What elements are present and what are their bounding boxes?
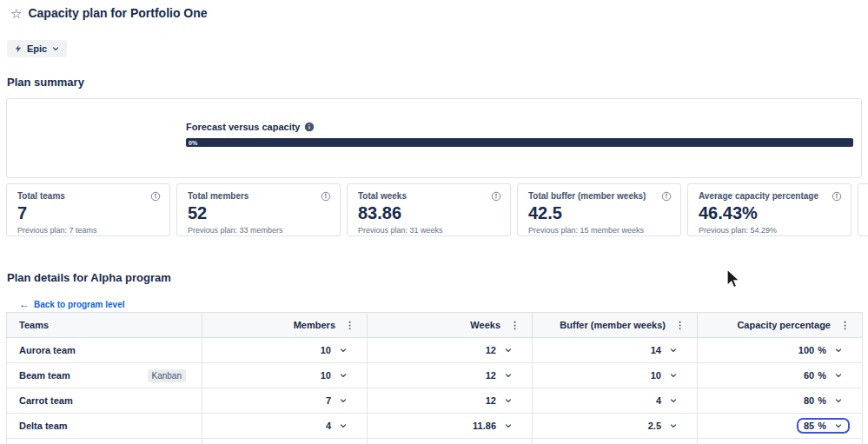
- page-header: ☆ Capacity plan for Portfolio One: [0, 0, 868, 20]
- forecast-label: Forecast versus capacity: [186, 122, 300, 132]
- table-row: Beam team Kanban 10 12: [7, 363, 863, 388]
- members-dropdown[interactable]: 10: [314, 342, 354, 358]
- forecast-progress-bar: 0%: [186, 138, 853, 147]
- info-icon[interactable]: [321, 191, 331, 202]
- info-icon[interactable]: [661, 191, 672, 202]
- weeks-value: 12: [486, 370, 496, 381]
- chevron-down-icon: [504, 371, 513, 380]
- stat-label: Total teams: [17, 191, 65, 201]
- weeks-value: 12: [486, 345, 496, 355]
- column-header-weeks: Weeks ⋮: [368, 313, 533, 338]
- members-dropdown[interactable]: 10: [314, 368, 354, 383]
- team-name: Beam team: [19, 370, 70, 381]
- column-label: Weeks: [470, 320, 500, 330]
- buffer-cell: 4: [533, 388, 698, 414]
- column-menu-icon[interactable]: ⋮: [840, 320, 850, 331]
- buffer-cell: 2.5: [533, 414, 698, 439]
- stat-value: 46.43%: [699, 203, 842, 223]
- weeks-cell: [368, 439, 533, 444]
- members-dropdown[interactable]: 7: [319, 393, 354, 408]
- members-value: 10: [321, 345, 331, 355]
- chevron-down-icon: [669, 371, 678, 380]
- chevron-down-icon: [834, 371, 843, 380]
- stat-card-total-teams: Total teams 7 Previous plan: 7 teams: [6, 183, 170, 236]
- stat-previous: Previous plan: 54.29%: [699, 226, 842, 235]
- buffer-value: 14: [651, 345, 661, 355]
- chevron-down-icon: [339, 346, 348, 355]
- info-icon[interactable]: [150, 191, 161, 202]
- column-menu-icon[interactable]: ⋮: [510, 320, 520, 331]
- capacity-cell: [698, 439, 863, 444]
- buffer-value: 10: [651, 370, 661, 381]
- column-label: Members: [294, 320, 335, 330]
- stat-label: Total weeks: [358, 191, 407, 201]
- chevron-down-icon: [834, 396, 843, 405]
- stat-label: Total buffer (member weeks): [528, 191, 646, 201]
- stat-card-total-buffer: Total buffer (member weeks) 42.5 Previou…: [517, 183, 681, 236]
- buffer-cell: 10: [533, 363, 698, 388]
- epic-icon: [14, 44, 23, 53]
- weeks-value: 12: [486, 395, 496, 406]
- chevron-down-icon: [669, 421, 678, 430]
- weeks-dropdown[interactable]: 12: [479, 368, 520, 383]
- column-header-buffer: Buffer (member weeks) ⋮: [533, 313, 698, 338]
- buffer-dropdown[interactable]: 10: [644, 368, 685, 383]
- chevron-down-icon: [669, 346, 678, 355]
- members-cell: 7: [202, 388, 368, 414]
- info-icon[interactable]: [491, 191, 501, 202]
- buffer-dropdown[interactable]: 4: [649, 393, 685, 408]
- column-label: Capacity percentage: [737, 320, 831, 330]
- capacity-cell: 100 %: [698, 338, 863, 363]
- hierarchy-level-dropdown[interactable]: Epic: [7, 40, 67, 57]
- table-row: Aurora team 10 12 14: [7, 338, 863, 363]
- forecast-card: Forecast versus capacity 0%: [6, 98, 862, 178]
- members-cell: 10: [202, 338, 368, 363]
- back-to-program-link[interactable]: ← Back to program level: [19, 299, 124, 309]
- epic-label: Epic: [27, 43, 47, 54]
- column-menu-icon[interactable]: ⋮: [345, 320, 354, 331]
- capacity-dropdown[interactable]: 85 %: [797, 418, 850, 434]
- chevron-down-icon: [834, 346, 843, 355]
- plan-summary-heading: Plan summary: [7, 76, 868, 89]
- stat-previous: Previous plan: 15 member weeks: [528, 226, 672, 235]
- info-icon[interactable]: [832, 191, 842, 202]
- weeks-dropdown[interactable]: 11.86: [466, 418, 520, 434]
- team-name: Aurora team: [19, 345, 76, 355]
- members-value: 4: [326, 421, 331, 431]
- forecast-progress-value: 0%: [189, 140, 198, 146]
- column-menu-icon[interactable]: ⋮: [675, 320, 685, 331]
- chevron-down-icon: [669, 396, 678, 405]
- info-icon[interactable]: [304, 122, 315, 132]
- chevron-down-icon: [51, 44, 60, 53]
- back-row: ← Back to program level: [19, 295, 868, 307]
- star-icon[interactable]: ☆: [10, 7, 22, 20]
- weeks-dropdown[interactable]: 12: [479, 393, 520, 408]
- chevron-down-icon: [834, 421, 843, 430]
- team-cell: Delta team: [7, 414, 202, 439]
- stat-card-total-members: Total members 52 Previous plan: 33 membe…: [176, 183, 341, 236]
- stat-previous: Previous plan: 33 members: [188, 226, 331, 235]
- capacity-dropdown[interactable]: 60 %: [797, 368, 850, 383]
- weeks-dropdown[interactable]: 12: [479, 342, 520, 358]
- stat-card-partial: [858, 183, 868, 236]
- percent-unit: %: [818, 421, 826, 431]
- back-link-label: Back to program level: [34, 300, 124, 309]
- buffer-dropdown[interactable]: 14: [644, 342, 685, 358]
- capacity-cell: 80 %: [698, 388, 863, 414]
- stat-value: 7: [17, 203, 161, 223]
- toolbar: Epic: [7, 40, 868, 57]
- capacity-dropdown[interactable]: 80 %: [797, 393, 850, 408]
- chevron-down-icon: [504, 346, 513, 355]
- table-row: Delta team 4 11.86 2.5: [7, 414, 863, 439]
- members-dropdown[interactable]: 4: [319, 418, 354, 434]
- buffer-dropdown[interactable]: 2.5: [641, 418, 685, 434]
- stat-previous: Previous plan: 7 teams: [17, 226, 161, 235]
- column-header-members: Members ⋮: [202, 313, 368, 338]
- stat-previous: Previous plan: 31 weeks: [358, 226, 501, 235]
- capacity-value: 85: [804, 421, 814, 431]
- table-row: Carrot team 7 12 4: [7, 388, 863, 414]
- buffer-cell: [533, 439, 698, 444]
- members-cell: [202, 439, 368, 444]
- chevron-down-icon: [339, 421, 348, 430]
- capacity-dropdown[interactable]: 100 %: [792, 342, 850, 358]
